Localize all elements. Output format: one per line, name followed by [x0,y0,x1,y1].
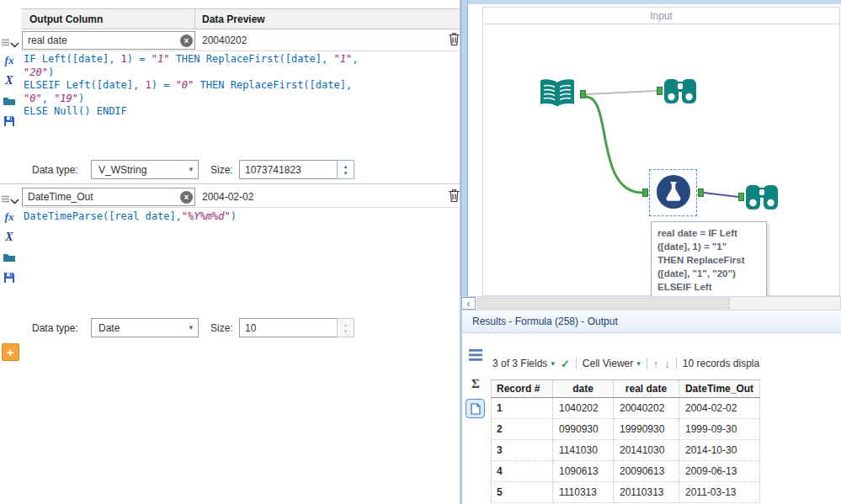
expression-divider [0,183,460,184]
browse-tool[interactable] [745,183,779,214]
input-anchor[interactable] [738,193,744,201]
column-header[interactable]: DateTime_Out [679,379,760,398]
pane-splitter[interactable] [460,0,468,296]
table-cell[interactable]: 2009-06-13 [679,461,760,482]
column-header[interactable]: date [553,379,614,398]
input-anchor[interactable] [642,188,648,197]
data-type-dropdown[interactable]: Date ▾ [91,318,199,337]
expression-row: × 2004-02-02 [0,186,460,208]
column-header[interactable]: Record # [491,379,553,398]
table-cell[interactable]: 1110313 [553,482,614,503]
table-cell[interactable]: 4 [491,461,553,482]
scroll-left-icon[interactable]: ‹ [461,297,476,310]
output-anchor[interactable] [698,188,704,197]
table-header-row: Record #datereal dateDateTime_Out [491,379,760,398]
metadata-sigma-icon[interactable]: Σ [466,374,486,394]
column-header[interactable]: real date [614,379,679,398]
table-cell[interactable]: 2 [491,419,553,440]
formula-tool[interactable] [656,174,691,212]
size-input[interactable] [239,160,338,179]
table-cell[interactable]: 1999-09-30 [679,419,760,440]
output-anchor[interactable] [580,90,586,98]
workflow-canvas[interactable]: Input [468,0,841,296]
expression-code-line[interactable]: "20") [24,66,458,80]
table-cell[interactable]: 5 [491,482,553,503]
output-column-name-input[interactable] [22,188,195,206]
size-stepper[interactable]: ▲ ▼ [337,160,354,179]
horizontal-scrollbar[interactable]: ‹ [460,296,841,310]
expression-editor-toolbar: fx X [1,209,19,286]
annotation-line: ([date], "1", "20") [657,267,760,280]
stepper-up-icon[interactable]: ▲ [343,163,349,170]
save-expression-icon[interactable] [1,269,18,286]
expression-editor[interactable]: IF Left([date], 1) = "1" THEN ReplaceFir… [24,53,458,119]
table-cell[interactable]: 20040202 [614,398,679,419]
table-cell[interactable]: 2014-10-30 [679,440,760,461]
table-cell[interactable]: 1090613 [553,461,614,482]
table-cell[interactable]: 0990930 [553,419,614,440]
add-expression-button[interactable]: + [2,343,19,361]
expression-code-line[interactable]: "0", "19") [24,93,458,106]
data-preview-header: Data Preview [195,13,265,25]
expression-code-line[interactable]: DateTimeParse([real date],"%Y%m%d") [24,210,458,224]
data-grid-icon[interactable] [466,345,486,365]
table-cell[interactable]: 20110313 [614,482,679,503]
input-anchor[interactable] [657,87,663,95]
fields-selector[interactable]: 3 of 3 Fields ▾ [492,358,555,369]
table-cell[interactable]: 3 [491,440,553,461]
table-cell[interactable]: 1141030 [553,440,614,461]
drag-handle-icon[interactable] [2,194,9,205]
table-cell[interactable]: 1 [491,398,553,419]
expression-editor[interactable]: DateTimeParse([real date],"%Y%m%d") [24,210,458,224]
delete-expression-button[interactable] [446,31,461,50]
cell-viewer-label: Cell Viewer [583,358,633,369]
insert-variable-icon[interactable]: X [1,229,18,246]
collapse-chevron-icon[interactable] [10,194,19,207]
drag-handle-icon[interactable] [2,37,9,49]
insert-function-icon[interactable]: fx [1,52,18,69]
open-saved-expression-icon[interactable] [1,93,18,109]
expression-code-line[interactable]: ELSEIF Left([date], 1) = "0" THEN Replac… [24,79,458,93]
data-preview-value: 20040202 [202,34,247,46]
cell-viewer-selector[interactable]: Cell Viewer ▾ [583,358,641,369]
data-type-label: Data type: [32,164,78,176]
insert-variable-icon[interactable]: X [1,72,18,89]
input-data-tool[interactable] [538,78,577,113]
chevron-down-icon: ▾ [189,166,193,173]
table-cell[interactable]: 1040202 [553,398,614,419]
open-saved-expression-icon[interactable] [1,249,18,266]
clear-column-icon[interactable]: × [180,191,193,204]
results-table: Record #datereal dateDateTime_Out1104020… [491,379,760,503]
save-expression-icon[interactable] [1,113,18,130]
results-title: Results - Formula (258) - Output [462,310,841,333]
size-stepper: ▲ ▼ [337,318,354,337]
annotation-line: ([date], 1) = "1" [657,240,760,253]
scroll-up-icon[interactable]: ↑ [653,358,659,370]
expression-code-line[interactable]: ELSE Null() ENDIF [24,105,458,119]
clear-column-icon[interactable]: × [180,34,193,47]
scrollbar-thumb[interactable] [477,298,730,309]
results-view-rail: Σ [462,333,489,504]
table-cell[interactable]: 2004-02-02 [679,398,760,419]
scroll-down-icon[interactable]: ↓ [664,358,670,370]
expression-editor-toolbar: fx X [1,52,19,130]
apply-check-icon[interactable]: ✓ [561,358,570,370]
browse-tool[interactable] [663,77,697,108]
data-type-dropdown[interactable]: V_WString ▾ [91,160,199,179]
table-cell[interactable]: 19990930 [614,419,679,440]
output-column-header: Output Column [21,13,194,25]
row-underline [22,50,458,51]
table-cell[interactable]: 20090613 [614,461,679,482]
data-view-icon[interactable] [466,399,485,418]
data-preview-value: 2004-02-02 [202,191,253,203]
table-cell[interactable]: 2011-03-13 [679,482,760,503]
row-underline [22,207,458,208]
expression-code-line[interactable]: IF Left([date], 1) = "1" THEN ReplaceFir… [24,53,458,66]
insert-function-icon[interactable]: fx [1,209,18,225]
collapse-chevron-icon[interactable] [10,38,19,50]
size-input[interactable] [239,318,338,337]
table-cell[interactable]: 20141030 [614,440,679,461]
output-column-name-input[interactable] [22,31,195,50]
stepper-down-icon[interactable]: ▼ [343,170,349,177]
delete-expression-button[interactable] [446,188,461,206]
